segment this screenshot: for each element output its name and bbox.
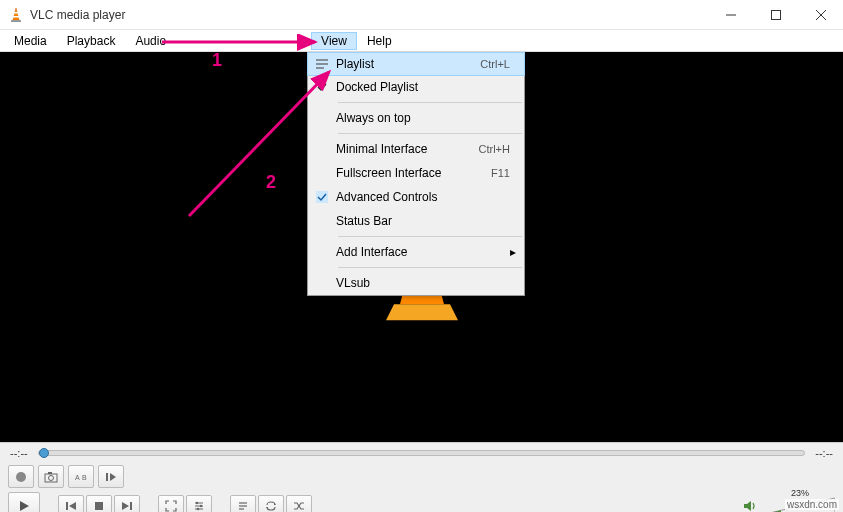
dropdown-advanced-controls[interactable]: Advanced Controls <box>308 185 524 209</box>
bottom-panel: --:-- --:-- AB 23% <box>0 442 843 512</box>
ext-settings-button[interactable] <box>186 495 212 513</box>
svg-marker-0 <box>13 8 19 20</box>
dropdown-vlsub[interactable]: VLsub <box>308 271 524 295</box>
fullscreen-button[interactable] <box>158 495 184 513</box>
view-dropdown: Playlist Ctrl+L Docked Playlist Always o… <box>307 52 525 296</box>
svg-point-35 <box>197 508 199 510</box>
svg-point-16 <box>16 472 26 482</box>
dropdown-separator <box>338 236 522 237</box>
snapshot-button[interactable] <box>38 465 64 488</box>
svg-point-18 <box>49 475 54 480</box>
svg-marker-11 <box>386 304 458 320</box>
svg-rect-29 <box>130 502 132 510</box>
dropdown-label: Playlist <box>336 57 480 71</box>
annotation-label-1: 1 <box>212 50 222 71</box>
dropdown-shortcut: Ctrl+H <box>479 143 510 155</box>
frame-step-button[interactable] <box>98 465 124 488</box>
dropdown-label: Minimal Interface <box>336 142 479 156</box>
svg-rect-19 <box>48 472 52 474</box>
titlebar: VLC media player <box>0 0 843 30</box>
dropdown-label: Fullscreen Interface <box>336 166 491 180</box>
maximize-button[interactable] <box>753 0 798 30</box>
checkmark-icon <box>308 191 336 203</box>
dropdown-playlist[interactable]: Playlist Ctrl+L <box>307 52 525 76</box>
submenu-chevron-icon: ▸ <box>510 245 516 259</box>
svg-text:A: A <box>75 474 80 481</box>
dropdown-label: Add Interface <box>336 245 510 259</box>
svg-point-33 <box>196 502 198 504</box>
close-button[interactable] <box>798 0 843 30</box>
time-total: --:-- <box>815 447 833 459</box>
time-elapsed: --:-- <box>10 447 28 459</box>
dropdown-minimal-interface[interactable]: Minimal Interface Ctrl+H <box>308 137 524 161</box>
menu-playback[interactable]: Playback <box>57 32 126 50</box>
svg-rect-2 <box>12 16 20 18</box>
dropdown-label: Advanced Controls <box>336 190 510 204</box>
svg-rect-15 <box>316 191 328 203</box>
svg-rect-25 <box>66 502 68 510</box>
shuffle-button[interactable] <box>286 495 312 513</box>
checkmark-icon <box>308 81 336 93</box>
svg-text:B: B <box>82 474 87 481</box>
record-button[interactable] <box>8 465 34 488</box>
stop-button[interactable] <box>86 495 112 513</box>
dropdown-separator <box>338 102 522 103</box>
annotation-label-2: 2 <box>266 172 276 193</box>
dropdown-add-interface[interactable]: Add Interface ▸ <box>308 240 524 264</box>
svg-marker-23 <box>110 473 116 481</box>
menubar: Media Playback Audio View Help <box>0 30 843 52</box>
window-controls <box>708 0 843 30</box>
play-button[interactable] <box>8 492 40 512</box>
advanced-toolbar: AB <box>0 463 843 490</box>
main-toolbar: 23% <box>0 490 843 512</box>
svg-marker-28 <box>122 502 129 510</box>
playlist-icon <box>308 58 336 70</box>
svg-rect-22 <box>106 473 108 481</box>
prev-button[interactable] <box>58 495 84 513</box>
dropdown-label: Always on top <box>336 111 510 125</box>
dropdown-label: Status Bar <box>336 214 510 228</box>
speaker-icon <box>743 499 759 512</box>
vlc-icon <box>8 7 24 23</box>
seek-knob[interactable] <box>39 448 49 458</box>
dropdown-always-on-top[interactable]: Always on top <box>308 106 524 130</box>
loop-button[interactable] <box>258 495 284 513</box>
dropdown-separator <box>338 133 522 134</box>
time-bar: --:-- --:-- <box>0 443 843 463</box>
svg-marker-41 <box>744 501 751 511</box>
volume-percent: 23% <box>791 488 809 498</box>
window-title: VLC media player <box>30 8 708 22</box>
menu-help[interactable]: Help <box>357 32 402 50</box>
svg-rect-27 <box>95 502 103 510</box>
dropdown-docked-playlist[interactable]: Docked Playlist <box>308 75 524 99</box>
loop-ab-button[interactable]: AB <box>68 465 94 488</box>
menu-audio[interactable]: Audio <box>125 32 176 50</box>
dropdown-fullscreen-interface[interactable]: Fullscreen Interface F11 <box>308 161 524 185</box>
dropdown-label: Docked Playlist <box>336 80 510 94</box>
svg-rect-1 <box>13 12 19 14</box>
seek-slider[interactable] <box>38 450 806 456</box>
svg-rect-3 <box>11 20 21 22</box>
menu-media[interactable]: Media <box>4 32 57 50</box>
dropdown-label: VLsub <box>336 276 510 290</box>
svg-marker-26 <box>69 502 76 510</box>
next-button[interactable] <box>114 495 140 513</box>
svg-marker-24 <box>20 501 29 511</box>
dropdown-status-bar[interactable]: Status Bar <box>308 209 524 233</box>
playlist-button[interactable] <box>230 495 256 513</box>
dropdown-shortcut: F11 <box>491 167 510 179</box>
dropdown-shortcut: Ctrl+L <box>480 58 510 70</box>
dropdown-separator <box>338 267 522 268</box>
svg-rect-5 <box>771 10 780 19</box>
watermark: wsxdn.com <box>785 499 839 510</box>
svg-point-34 <box>200 505 202 507</box>
menu-view[interactable]: View <box>311 32 357 50</box>
minimize-button[interactable] <box>708 0 753 30</box>
